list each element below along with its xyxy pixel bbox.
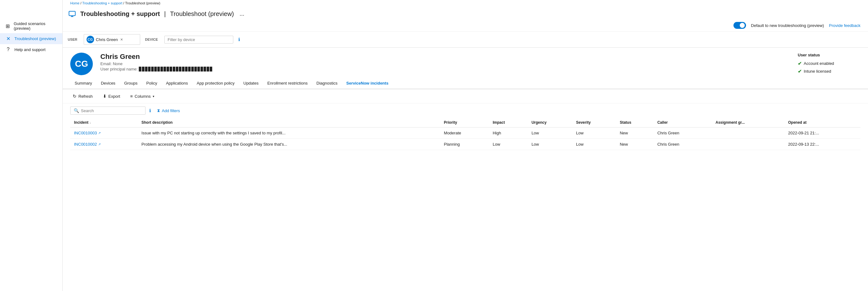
col-severity[interactable]: Severity xyxy=(572,118,616,128)
incidents-table: Incident ↓ Short description Priority Im… xyxy=(70,118,861,150)
col-status[interactable]: Status xyxy=(616,118,653,128)
cell-caller-1: Chris Green xyxy=(653,139,712,150)
search-info-icon[interactable]: ℹ xyxy=(149,108,151,113)
incident-link-1[interactable]: INC0010002 ↗ xyxy=(74,142,134,147)
export-button[interactable]: ⬇ Export xyxy=(100,93,123,100)
cell-incident-0: INC0010003 ↗ xyxy=(70,128,138,139)
user-chip-close-button[interactable]: × xyxy=(120,37,124,42)
toggle-slider xyxy=(734,22,746,29)
device-filter-input[interactable] xyxy=(164,36,233,43)
cell-desc-0: Issue with my PC not starting up correct… xyxy=(138,128,440,139)
cell-status-0: New xyxy=(616,128,653,139)
col-short-desc[interactable]: Short description xyxy=(138,118,440,128)
table-row: INC0010002 ↗ Problem accessing my Androi… xyxy=(70,139,861,150)
col-incident[interactable]: Incident ↓ xyxy=(70,118,138,128)
table-container: Incident ↓ Short description Priority Im… xyxy=(63,118,868,150)
sidebar-item-guided[interactable]: ⊞ Guided scenarios (preview) xyxy=(0,19,62,33)
page-title: Troubleshooting + support | Troubleshoot… xyxy=(80,10,234,17)
cell-incident-1: INC0010002 ↗ xyxy=(70,139,138,150)
external-link-icon-0: ↗ xyxy=(98,131,101,135)
search-filter-row: 🔍 ℹ ⧗ Add filters xyxy=(63,103,868,118)
device-info-icon[interactable]: ℹ xyxy=(238,37,240,42)
user-info-panel: CG Chris Green Email: None User principa… xyxy=(63,48,868,78)
cell-opened-0: 2022-09-21 21:... xyxy=(784,128,861,139)
device-label: Device xyxy=(145,38,158,41)
help-icon: ? xyxy=(5,47,11,52)
tab-policy[interactable]: Policy xyxy=(142,78,162,89)
col-urgency[interactable]: Urgency xyxy=(528,118,572,128)
status-account-enabled: ✔ Account enabled xyxy=(798,61,861,66)
breadcrumb: Home / Troubleshooting + support / Troub… xyxy=(63,0,868,5)
nav-tabs: Summary Devices Groups Policy Applicatio… xyxy=(63,78,868,89)
tab-diagnostics[interactable]: Diagnostics xyxy=(312,78,342,89)
tab-servicenow[interactable]: ServiceNow incidents xyxy=(342,78,393,89)
troubleshooting-toggle[interactable] xyxy=(734,22,746,29)
toggle-label: Default to new troubleshooting (preview) xyxy=(751,23,824,28)
cell-impact-1: Low xyxy=(489,139,528,150)
external-link-icon-1: ↗ xyxy=(98,143,101,146)
guided-icon: ⊞ xyxy=(5,23,11,29)
search-input[interactable] xyxy=(81,108,142,113)
sidebar-item-guided-label: Guided scenarios (preview) xyxy=(14,21,57,31)
toolbar: ↻ Refresh ⬇ Export ≡ Columns ▾ xyxy=(63,89,868,103)
cell-assignment-1 xyxy=(712,139,784,150)
troubleshoot-icon: ✕ xyxy=(5,36,11,42)
user-upn: User principal name: ███████████████████… xyxy=(100,67,790,71)
col-caller[interactable]: Caller xyxy=(653,118,712,128)
tab-devices[interactable]: Devices xyxy=(97,78,120,89)
col-priority[interactable]: Priority xyxy=(440,118,489,128)
export-icon: ⬇ xyxy=(103,94,106,99)
col-opened[interactable]: Opened at xyxy=(784,118,861,128)
page-header: Troubleshooting + support | Troubleshoot… xyxy=(63,7,868,18)
breadcrumb-home[interactable]: Home xyxy=(70,1,79,5)
col-impact[interactable]: Impact xyxy=(489,118,528,128)
tab-app-protection[interactable]: App protection policy xyxy=(192,78,239,89)
add-filters-button[interactable]: ⧗ Add filters xyxy=(155,107,183,114)
tab-groups[interactable]: Groups xyxy=(120,78,142,89)
tab-updates[interactable]: Updates xyxy=(239,78,263,89)
user-avatar-large: CG xyxy=(70,52,93,75)
sidebar-item-help[interactable]: ? Help and support xyxy=(0,44,62,55)
page-icon xyxy=(68,9,76,18)
cell-urgency-0: Low xyxy=(528,128,572,139)
user-details: Chris Green Email: None User principal n… xyxy=(100,52,790,71)
feedback-link[interactable]: Provide feedback xyxy=(829,23,861,28)
cell-severity-1: Low xyxy=(572,139,616,150)
tab-applications[interactable]: Applications xyxy=(161,78,192,89)
cell-severity-0: Low xyxy=(572,128,616,139)
sidebar: ⊞ Guided scenarios (preview) ✕ Troublesh… xyxy=(0,0,63,150)
status-title: User status xyxy=(798,52,861,57)
user-chip: CG Chris Green × xyxy=(84,34,140,45)
tab-summary[interactable]: Summary xyxy=(70,78,97,89)
ellipsis-button[interactable]: ... xyxy=(238,10,246,18)
refresh-button[interactable]: ↻ Refresh xyxy=(70,93,95,100)
user-avatar-small: CG xyxy=(87,36,94,43)
cell-priority-0: Moderate xyxy=(440,128,489,139)
sidebar-item-troubleshoot-label: Troubleshoot (preview) xyxy=(14,36,56,41)
status-intune-licensed: ✔ Intune licensed xyxy=(798,68,861,74)
user-device-bar: User CG Chris Green × Device ℹ xyxy=(63,32,868,48)
col-assignment[interactable]: Assignment gr... xyxy=(712,118,784,128)
columns-button[interactable]: ≡ Columns ▾ xyxy=(128,93,156,100)
refresh-icon: ↻ xyxy=(73,94,76,99)
sidebar-item-troubleshoot[interactable]: ✕ Troubleshoot (preview) xyxy=(0,33,62,44)
breadcrumb-current: Troubleshoot (preview) xyxy=(125,1,160,5)
user-label: User xyxy=(68,38,78,41)
cell-urgency-1: Low xyxy=(528,139,572,150)
sidebar-item-help-label: Help and support xyxy=(14,47,45,52)
tab-enrollment[interactable]: Enrollment restrictions xyxy=(263,78,312,89)
columns-icon: ≡ xyxy=(130,94,133,99)
table-header-row: Incident ↓ Short description Priority Im… xyxy=(70,118,861,128)
cell-caller-0: Chris Green xyxy=(653,128,712,139)
search-icon: 🔍 xyxy=(74,108,79,113)
cell-priority-1: Planning xyxy=(440,139,489,150)
account-enabled-check-icon: ✔ xyxy=(798,61,802,66)
svg-rect-0 xyxy=(69,11,75,16)
incident-sort-icon: ↓ xyxy=(89,121,91,124)
user-email: Email: None xyxy=(100,61,790,66)
incident-link-0[interactable]: INC0010003 ↗ xyxy=(74,131,134,135)
filter-icon: ⧗ xyxy=(157,108,160,113)
breadcrumb-troubleshooting[interactable]: Troubleshooting + support xyxy=(82,1,122,5)
toggle-row: Default to new troubleshooting (preview)… xyxy=(63,20,868,32)
user-name-large: Chris Green xyxy=(100,52,790,61)
